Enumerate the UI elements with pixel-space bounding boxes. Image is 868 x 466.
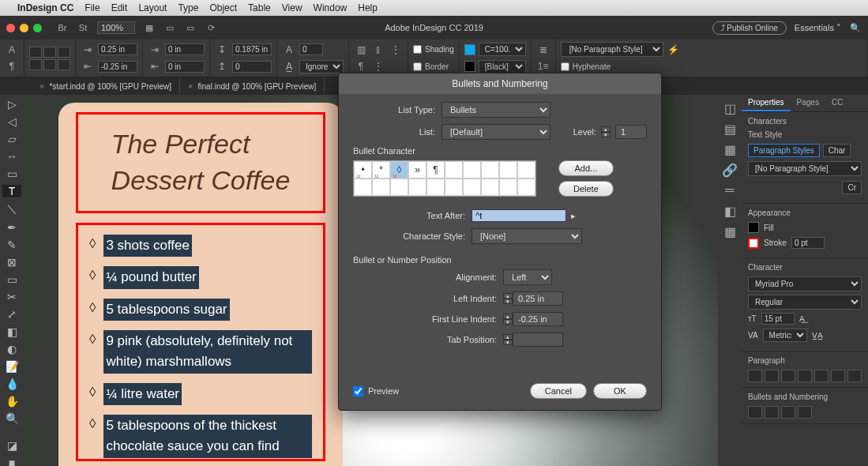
close-icon[interactable] xyxy=(6,24,15,32)
font-size-field[interactable] xyxy=(761,313,795,325)
list-type-select[interactable]: Bullets xyxy=(442,102,550,118)
bridge-icon[interactable]: Br xyxy=(56,21,69,34)
links-icon[interactable]: 🔗 xyxy=(722,163,738,177)
doc-tab-start[interactable]: ×*start.indd @ 100% [GPU Preview] xyxy=(32,78,180,94)
ingredients-frame[interactable]: ◊3 shots coffee ◊¼ pound butter ◊5 table… xyxy=(76,223,325,461)
menu-help[interactable]: Help xyxy=(358,2,378,13)
menu-window[interactable]: Window xyxy=(314,2,348,13)
app-menu[interactable]: InDesign CC xyxy=(17,2,73,13)
create-style-button[interactable]: Cr xyxy=(842,181,862,194)
alignment-select[interactable]: Left xyxy=(503,269,552,285)
level-stepper[interactable]: ▴▾ xyxy=(601,126,611,137)
line-tool-icon[interactable]: ＼ xyxy=(2,202,21,216)
publish-online-button[interactable]: ⤴ Publish Online xyxy=(712,21,787,35)
glyph-cell[interactable]: ¶ xyxy=(426,161,445,179)
minimize-icon[interactable] xyxy=(20,24,28,32)
direction-icon[interactable]: ¶ xyxy=(354,59,368,73)
space-after-field[interactable] xyxy=(232,61,272,73)
right-indent-field[interactable] xyxy=(165,43,205,55)
para-formatting-icon[interactable]: ¶ xyxy=(5,59,19,73)
search-icon[interactable]: 🔍 xyxy=(849,21,862,34)
tab-position-stepper[interactable]: ▴▾ xyxy=(503,334,513,345)
char-formatting-icon[interactable]: A xyxy=(5,43,19,57)
gap-tool-icon[interactable]: ↔ xyxy=(2,150,21,163)
tab-pages[interactable]: Pages xyxy=(791,95,825,111)
char-style-select[interactable]: [None] xyxy=(472,228,582,244)
fill-stroke-icon[interactable]: ◪ xyxy=(2,439,21,452)
glyph-cell[interactable]: •u xyxy=(354,161,372,179)
menu-view[interactable]: View xyxy=(282,2,302,13)
last-line-field[interactable] xyxy=(165,61,205,73)
left-indent-field[interactable] xyxy=(98,43,137,55)
left-indent-field[interactable] xyxy=(513,291,563,306)
hand-tool-icon[interactable]: ✋ xyxy=(2,395,21,408)
rectangle-tool-icon[interactable]: ▭ xyxy=(2,273,21,286)
stroke-weight-field[interactable] xyxy=(791,237,825,249)
cancel-button[interactable]: Cancel xyxy=(530,383,587,399)
content-collector-icon[interactable]: ▭ xyxy=(2,167,21,180)
bullets-buttons[interactable] xyxy=(748,406,862,419)
tab-properties[interactable]: Properties xyxy=(742,95,791,111)
text-after-flyout-icon[interactable]: ▸ xyxy=(571,211,576,221)
numbering-icon[interactable]: 1≡ xyxy=(536,59,550,73)
font-family-select[interactable]: Myriad Pro xyxy=(748,276,862,291)
list-select[interactable]: [Default] xyxy=(442,124,550,140)
swatches-icon[interactable]: ▦ xyxy=(722,224,738,239)
close-tab-icon[interactable]: × xyxy=(39,81,44,91)
bullets-icon[interactable]: ≣ xyxy=(536,43,550,57)
applied-para-style-select[interactable]: [No Paragraph Style] xyxy=(748,161,862,176)
first-line-indent-field[interactable] xyxy=(513,312,563,326)
view-options-icon[interactable]: ▦ xyxy=(143,21,156,34)
baseline-grid-select[interactable]: Ignore xyxy=(299,60,344,73)
paragraph-styles-button[interactable]: Paragraph Styles xyxy=(748,144,820,157)
stroke-icon[interactable]: ═ xyxy=(722,183,738,197)
paragraph-style-select[interactable]: [No Paragraph Style] xyxy=(561,42,663,57)
menu-edit[interactable]: Edit xyxy=(111,2,128,13)
layers-icon[interactable]: ▦ xyxy=(722,142,738,156)
ok-button[interactable]: OK xyxy=(593,383,647,399)
zoom-tool-icon[interactable]: 🔍 xyxy=(2,412,21,425)
menu-file[interactable]: File xyxy=(85,2,100,13)
add-glyph-button[interactable]: Add... xyxy=(558,160,614,176)
pencil-tool-icon[interactable]: ✎ xyxy=(2,239,21,251)
menu-layout[interactable]: Layout xyxy=(138,2,167,13)
first-line-stepper[interactable]: ▴▾ xyxy=(503,314,513,325)
border-swatch-select[interactable]: [Black] xyxy=(479,60,526,73)
quick-apply-icon[interactable]: ⚡ xyxy=(667,43,681,57)
note-tool-icon[interactable]: 📝 xyxy=(2,360,21,373)
character-styles-button[interactable]: Char xyxy=(823,144,851,157)
gpu-icon[interactable]: ⟳ xyxy=(205,21,217,34)
gradient-swatch-icon[interactable]: ◧ xyxy=(2,325,21,338)
font-weight-select[interactable]: Regular xyxy=(748,295,862,310)
free-transform-icon[interactable]: ⤢ xyxy=(2,308,21,321)
menu-table[interactable]: Table xyxy=(248,2,271,13)
doc-tab-final[interactable]: ×final.indd @ 100% [GPU Preview] xyxy=(180,78,325,94)
menu-type[interactable]: Type xyxy=(178,2,198,13)
tab-cc[interactable]: CC xyxy=(825,95,849,111)
span-icon[interactable]: ⫿ xyxy=(371,43,385,57)
maximize-icon[interactable] xyxy=(33,24,42,32)
shading-swatch-select[interactable]: C=100... xyxy=(479,43,526,56)
menu-object[interactable]: Object xyxy=(209,2,237,13)
columns-icon[interactable]: ▥ xyxy=(354,43,368,57)
shading-swatch[interactable] xyxy=(464,44,475,55)
gradient-feather-icon[interactable]: ◐ xyxy=(2,343,21,355)
para-align-group[interactable] xyxy=(29,47,70,70)
space-before-field[interactable] xyxy=(232,43,272,55)
title-frame[interactable]: The PerfectDessert Coffee xyxy=(76,112,325,213)
pages-icon[interactable]: ▤ xyxy=(722,122,738,136)
close-tab-icon[interactable]: × xyxy=(188,81,193,91)
type-tool-icon[interactable]: T xyxy=(2,185,21,197)
border-checkbox[interactable] xyxy=(413,62,422,71)
zoom-select[interactable]: 100% xyxy=(97,21,135,34)
stroke-swatch[interactable] xyxy=(748,238,759,249)
arrange-icon[interactable]: ▭ xyxy=(163,21,176,34)
direct-selection-tool-icon[interactable]: ◁ xyxy=(2,115,21,128)
level-field[interactable] xyxy=(615,125,647,139)
color-icon[interactable]: ◧ xyxy=(722,204,738,218)
page-tool-icon[interactable]: ▱ xyxy=(2,133,21,145)
workspace-switcher[interactable]: Essentials ˅ xyxy=(795,23,841,33)
border-swatch[interactable] xyxy=(464,61,475,72)
scissors-tool-icon[interactable]: ✂ xyxy=(2,291,21,303)
bullet-glyph-grid[interactable]: •u *u ◊u » ¶ xyxy=(353,160,536,197)
